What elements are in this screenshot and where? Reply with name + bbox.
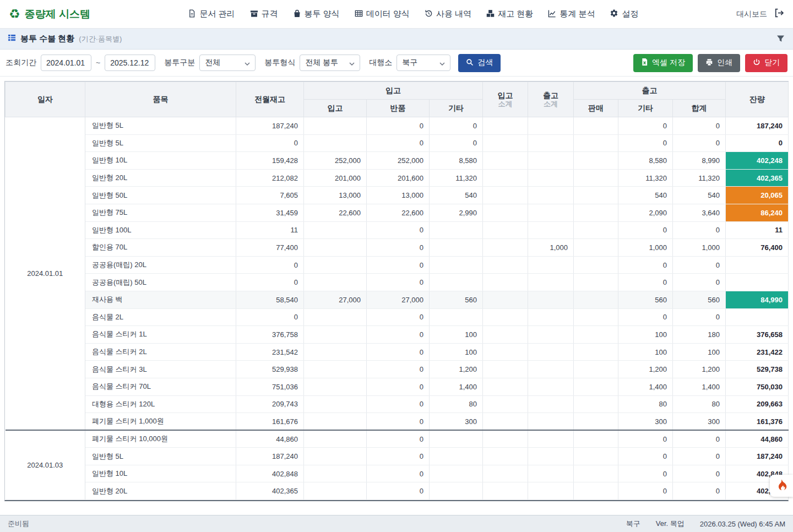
date-from-input[interactable] [41, 55, 91, 71]
nav-label: 데이터 양식 [366, 9, 410, 19]
recycle-icon: ♻ [9, 8, 20, 20]
cell-remain: 86,240 [726, 204, 789, 221]
page-title: 봉투 수불 현황 [20, 34, 74, 44]
table-row: 2024.01.01일반형 5L187,2400000187,240 [6, 117, 789, 135]
cell-out-sale [574, 413, 618, 431]
cell-prev-stock: 0 [236, 134, 304, 152]
page-title-bar: 봉투 수불 현황 (기간·품목별) [0, 29, 793, 50]
nav-item-settings[interactable]: 설정 [610, 9, 638, 19]
print-label: 인쇄 [717, 58, 732, 68]
bag-form-select[interactable]: 전체 봉투 [300, 55, 360, 71]
header-item: 품목 [85, 82, 236, 117]
cell-remain [726, 256, 789, 274]
cell-remain: 187,240 [726, 117, 789, 135]
nav-item-data-form[interactable]: 데이터 양식 [355, 9, 410, 19]
status-text: 준비됨 [8, 519, 29, 529]
cell-out-etc: 8,580 [618, 152, 673, 170]
cell-item: 음식물 스티커 3L [85, 361, 236, 378]
excel-save-button[interactable]: 엑셀 저장 [633, 54, 693, 72]
ledger-table-head: 일자 품목 전월재고 입고 입고 소계 출고 소계 출고 잔량 입고 반품 기타 [6, 82, 789, 117]
app-title: 종량제 시스템 [25, 7, 90, 21]
cell-out-total: 0 [673, 482, 726, 500]
print-button[interactable]: 인쇄 [698, 54, 740, 72]
nav-item-spec[interactable]: 규격 [250, 9, 278, 19]
status-version: Ver. 목업 [656, 519, 685, 529]
date-to-input[interactable] [105, 55, 155, 71]
cell-in-return: 0 [367, 239, 430, 257]
cell-out-sale [574, 169, 618, 187]
logout-icon[interactable] [774, 8, 784, 20]
cell-in-subtotal [483, 204, 528, 221]
cell-in-return: 0 [367, 448, 430, 465]
close-button[interactable]: 닫기 [745, 54, 787, 72]
cell-out-subtotal [528, 343, 574, 361]
cell-out-subtotal [528, 204, 574, 221]
cell-remain: 750,030 [726, 378, 789, 395]
cell-prev-stock: 0 [236, 308, 304, 326]
bag-class-select[interactable]: 전체 [199, 55, 256, 71]
cell-out-subtotal [528, 482, 574, 500]
cell-out-total: 0 [673, 448, 726, 465]
cell-prev-stock: 58,540 [236, 291, 304, 308]
cell-item: 일반형 75L [85, 204, 236, 221]
cell-remain: 161,376 [726, 413, 789, 431]
cell-out-sale [574, 239, 618, 257]
table-row: 일반형 100L1100011 [6, 221, 789, 239]
ledger-table-container: 일자 품목 전월재고 입고 입고 소계 출고 소계 출고 잔량 입고 반품 기타 [4, 81, 789, 501]
cell-out-etc: 0 [618, 448, 673, 465]
cell-in-in [304, 361, 367, 378]
dashboard-link[interactable]: 대시보드 [736, 9, 767, 19]
cell-out-total: 8,990 [673, 152, 726, 170]
cell-in-subtotal [483, 395, 528, 413]
cell-out-subtotal [528, 256, 574, 274]
cell-in-return: 0 [367, 117, 430, 135]
cell-in-in [304, 221, 367, 239]
debug-toolbar-flame-icon[interactable] [770, 475, 793, 497]
cell-in-subtotal [483, 291, 528, 308]
cell-out-subtotal [528, 413, 574, 431]
cell-item: 일반형 10L [85, 465, 236, 482]
cell-out-sale [574, 482, 618, 500]
cell-out-sale [574, 448, 618, 465]
cell-prev-stock: 161,676 [236, 413, 304, 431]
cell-in-subtotal [483, 274, 528, 291]
box-icon [250, 9, 258, 19]
search-label: 검색 [477, 58, 493, 68]
cell-out-etc: 0 [618, 134, 673, 152]
nav-label: 통계 분석 [560, 9, 595, 19]
cell-in-in [304, 256, 367, 274]
cell-in-etc [430, 308, 483, 326]
cell-out-etc: 0 [618, 256, 673, 274]
cell-prev-stock: 231,542 [236, 343, 304, 361]
table-list-icon [8, 34, 16, 44]
cell-in-etc [430, 221, 483, 239]
filter-funnel-icon[interactable] [776, 35, 785, 43]
cell-out-total: 11,320 [673, 169, 726, 187]
app-brand[interactable]: ♻ 종량제 시스템 [9, 7, 90, 21]
header-in-subtotal-top: 입고 [486, 91, 524, 101]
header-in-in: 입고 [304, 100, 367, 117]
ledger-table: 일자 품목 전월재고 입고 입고 소계 출고 소계 출고 잔량 입고 반품 기타 [5, 82, 789, 500]
nav-item-bag-form[interactable]: 봉투 양식 [293, 9, 340, 19]
cell-in-in [304, 134, 367, 152]
nav-item-documents[interactable]: 문서 관리 [188, 9, 235, 19]
nav-item-usage-history[interactable]: 사용 내역 [425, 9, 471, 19]
cell-out-subtotal [528, 361, 574, 378]
top-navbar: ♻ 종량제 시스템 문서 관리 규격 봉투 양식 데이터 양식 사용 내역 재고… [0, 0, 793, 29]
cell-out-total: 3,640 [673, 204, 726, 221]
nav-item-statistics[interactable]: 통계 분석 [548, 9, 595, 19]
cell-out-total: 560 [673, 291, 726, 308]
cell-out-total: 80 [673, 395, 726, 413]
nav-item-inventory[interactable]: 재고 현황 [486, 9, 533, 19]
cell-out-total: 1,200 [673, 361, 726, 378]
search-button[interactable]: 검색 [458, 54, 501, 72]
agency-select[interactable]: 북구 [397, 55, 450, 71]
cell-out-etc: 1,000 [618, 239, 673, 257]
cell-remain: 76,400 [726, 239, 789, 257]
cell-out-total: 100 [673, 343, 726, 361]
cell-item: 음식물 2L [85, 308, 236, 326]
nav-label: 재고 현황 [498, 9, 533, 19]
table-row: 음식물 스티커 70L751,03601,4001,4001,400750,03… [6, 378, 789, 395]
cell-in-subtotal [483, 413, 528, 431]
cell-remain [726, 274, 789, 291]
